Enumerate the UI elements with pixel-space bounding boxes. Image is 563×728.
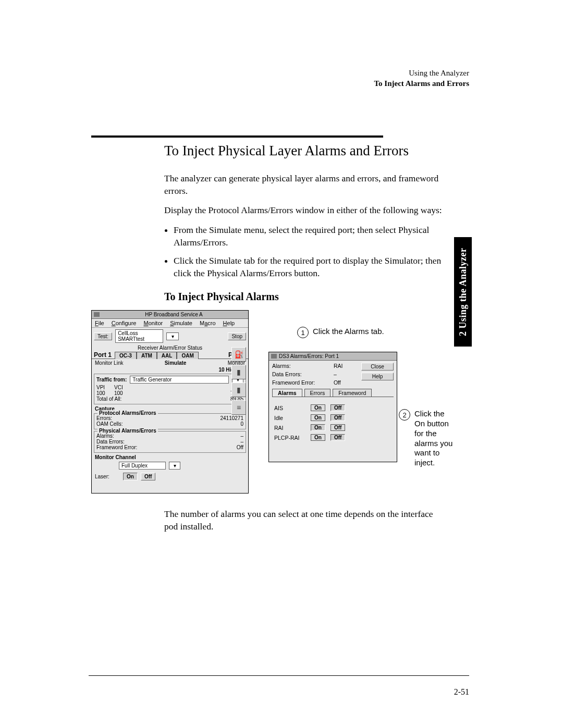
laser-off-button[interactable]: Off (141, 473, 155, 480)
full-duplex-caret-icon[interactable]: ▾ (169, 462, 180, 470)
physical-group-legend: Physical Alarms/Errors (97, 428, 158, 434)
protocol-oam-label: OAM Cells: (96, 421, 123, 427)
menu-configure[interactable]: Configure (112, 320, 137, 326)
ds3-panel-tabs: Alarms Errors Frameword (269, 389, 397, 397)
help-button[interactable]: Help (361, 373, 394, 380)
window-system-icon (94, 312, 100, 317)
callout-2: 2 Click the On button for the alarms you… (399, 409, 456, 468)
tab-errors[interactable]: Errors (304, 389, 331, 397)
phys-alarms-label: Alarms: (96, 433, 114, 439)
screenshot-region: HP Broadband Service A File Configure Mo… (91, 310, 456, 498)
idle-on-button[interactable]: On (311, 414, 325, 421)
traffic-from-label: Traffic from: (96, 377, 127, 382)
traffic-generator-icon[interactable]: ⛽ (231, 347, 246, 362)
rai-on-button[interactable]: On (311, 424, 325, 431)
analyzer-titlebar: HP Broadband Service A (92, 311, 248, 319)
protocol-oam-value: 0 (240, 421, 243, 427)
tab-aal[interactable]: AAL (157, 352, 177, 359)
menu-macro[interactable]: Macro (200, 320, 216, 326)
close-button[interactable]: Close (361, 363, 394, 371)
chapter-side-tab: 2 Using the Analyzer (454, 237, 472, 347)
ais-off-button[interactable]: Off (331, 404, 345, 411)
analyzer-window: HP Broadband Service A File Configure Mo… (91, 310, 249, 493)
plcp-rai-on-button[interactable]: On (311, 434, 325, 441)
ds3-summary-row: Alarms: Data Errors: Frameword Error: RA… (269, 361, 397, 386)
phys-frameword-label: Frameword Error: (96, 445, 137, 450)
monitor-channel-label: Monitor Channel (92, 454, 248, 460)
ds3-frameword-value: Off (334, 379, 343, 386)
page-number: 2-51 (454, 687, 469, 697)
ds3-dataerrors-value: – (334, 371, 343, 377)
ds3-window-system-icon (271, 354, 277, 359)
menubar: File Configure Monitor Simulate Macro He… (92, 319, 248, 328)
ds3-window-title: DS3 Alarms/Errors: Port 1 (279, 353, 395, 359)
alarm-name-ais: AIS (274, 405, 305, 411)
protocol-errors-label: Errors: (96, 415, 112, 421)
intro-paragraph-2: Display the Protocol Alarms/Errors windo… (164, 204, 446, 217)
traffic-group: Traffic from: Traffic Generator ▾ VPI VC… (94, 374, 246, 404)
running-header-line1: Using the Analyzer (374, 68, 469, 78)
ds3-titlebar: DS3 Alarms/Errors: Port 1 (269, 352, 397, 361)
ds3-alarm-body: AIS On Off Idle On Off RAI On Off (272, 397, 394, 448)
instruction-list: From the Simulate menu, select the requi… (164, 224, 455, 280)
ds3-dataerrors-label: Data Errors: (272, 371, 315, 377)
stop-button[interactable]: Stop (228, 332, 246, 340)
callout-2-number: 2 (399, 409, 410, 421)
alarm-row-idle: Idle On Off (274, 414, 391, 421)
vci-header: VCI (114, 385, 129, 390)
plcp-rai-off-button[interactable]: Off (331, 434, 345, 441)
running-header-line2: To Inject Alarms and Errors (374, 78, 469, 89)
alarm-row-ais: AIS On Off (274, 404, 391, 411)
section-rule (91, 135, 383, 138)
antenna-icon[interactable]: ≡ (231, 400, 246, 415)
analyzer-window-title: HP Broadband Service A (102, 312, 246, 317)
vci-value: 100 (114, 390, 129, 396)
full-duplex-field[interactable]: Full Duplex (119, 462, 166, 470)
running-header: Using the Analyzer To Inject Alarms and … (374, 68, 469, 89)
port1-label: Port 1 (94, 351, 112, 359)
ds3-alarms-label: Alarms: (272, 363, 315, 369)
monitor-link-label: Monitor Link (95, 360, 123, 366)
test-row: Test: CellLoss SMARTtest ▾ Stop (92, 328, 248, 344)
total-label: Total of All: (96, 396, 121, 402)
test-dropdown-caret-icon[interactable]: ▾ (166, 332, 179, 340)
after-screenshot-paragraph: The number of alarms you can select at o… (164, 508, 446, 533)
subheading: To Inject Physical Alarms (164, 291, 456, 303)
receiver-status-caption: Receiver Alarm/Error Status (92, 344, 248, 351)
ds3-alarms-window: DS3 Alarms/Errors: Port 1 Alarms: Data E… (268, 352, 397, 462)
vpi-header: VPI (96, 385, 111, 390)
menu-file[interactable]: File (95, 320, 104, 326)
simulate-icon-column: ⛽ ▮ ▮ ≡ (231, 347, 246, 415)
rai-off-button[interactable]: Off (331, 424, 345, 431)
ais-on-button[interactable]: On (311, 404, 325, 411)
phys-dataerrors-label: Data Errors: (96, 439, 125, 445)
tab-oc3[interactable]: OC-3 (115, 352, 137, 359)
menu-monitor[interactable]: Monitor (143, 320, 163, 326)
protocol-group-legend: Protocol Alarms/Errors (97, 410, 158, 416)
tab-oam[interactable]: OAM (177, 352, 198, 359)
physical-alarms-group: Physical Alarms/Errors Alarms:– Data Err… (94, 431, 246, 453)
intro-paragraph-1: The analyzer can generate physical layer… (164, 172, 446, 197)
traffic-from-field[interactable]: Traffic Generator (130, 376, 229, 384)
laser-on-button[interactable]: On (123, 473, 138, 480)
tab-atm[interactable]: ATM (137, 352, 157, 359)
tab-frameword[interactable]: Frameword (333, 389, 372, 397)
protocol-alarms-group: Protocol Alarms/Errors Errors:24110271 O… (94, 413, 246, 429)
menu-help[interactable]: Help (223, 320, 235, 326)
phys-frameword-value: Off (237, 445, 243, 450)
alarm-row-rai: RAI On Off (274, 424, 391, 431)
vpi-value: 100 (96, 390, 111, 396)
test-label: Test: (94, 332, 112, 340)
menu-simulate[interactable]: Simulate (170, 320, 192, 326)
test-name-field[interactable]: CellLoss SMARTtest (115, 329, 163, 343)
protocol-alarms-icon[interactable]: ▮ (231, 365, 246, 379)
laser-label: Laser: (95, 474, 120, 479)
instruction-item-2: Click the Simulate tab for the required … (174, 255, 455, 279)
phys-alarms-value: – (240, 433, 243, 439)
physical-alarms-icon[interactable]: ▮ (231, 382, 246, 397)
instruction-item-1: From the Simulate menu, select the requi… (174, 224, 455, 249)
phys-dataerrors-value: – (240, 439, 243, 445)
callout-1-text: Click the Alarms tab. (313, 327, 384, 337)
idle-off-button[interactable]: Off (331, 414, 345, 421)
tab-alarms[interactable]: Alarms (272, 389, 302, 397)
